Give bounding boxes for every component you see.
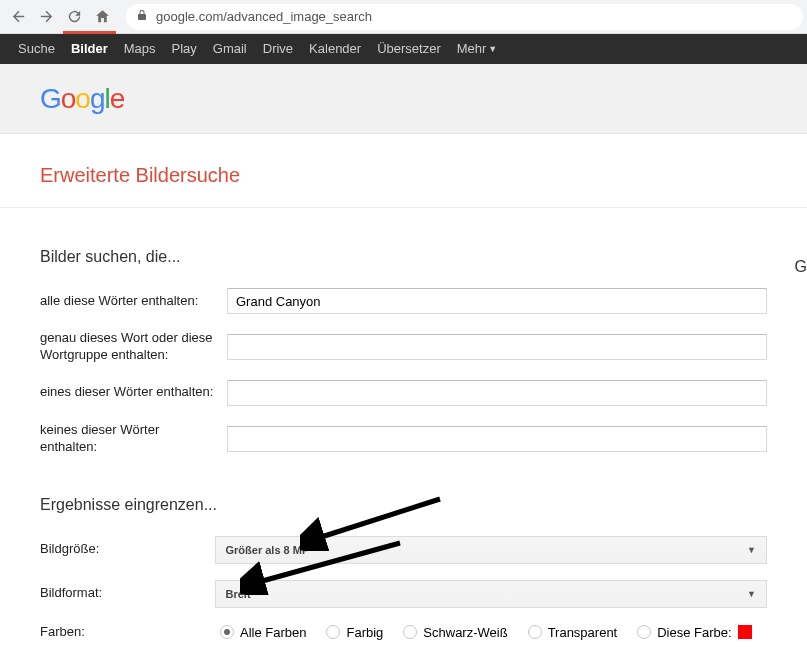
row-any: eines dieser Wörter enthalten: — [40, 380, 767, 406]
label-all-words: alle diese Wörter enthalten: — [40, 293, 227, 310]
logo-letter: o — [75, 83, 90, 114]
gbar-mehr[interactable]: Mehr▼ — [449, 34, 506, 64]
logo-letter: o — [61, 83, 76, 114]
url-bar[interactable]: google.com/advanced_image_search — [126, 4, 803, 30]
radio-transparent[interactable]: Transparent — [528, 625, 618, 640]
google-logo[interactable]: Google — [40, 83, 124, 115]
content: Bilder suchen, die... alle diese Wörter … — [0, 208, 807, 640]
label-aspect: Bildformat: — [40, 585, 215, 602]
gbar-play[interactable]: Play — [164, 34, 205, 64]
home-button[interactable] — [88, 3, 116, 31]
edge-cut-letter: G — [795, 258, 807, 276]
row-size: Bildgröße: Größer als 8 MP ▼ — [40, 536, 767, 564]
page-title-wrap: Erweiterte Bildersuche — [0, 134, 807, 208]
logo-letter: g — [90, 83, 105, 114]
chevron-down-icon: ▼ — [747, 545, 756, 555]
find-heading: Bilder suchen, die... — [40, 248, 767, 266]
logo-letter: G — [40, 83, 61, 114]
row-aspect: Bildformat: Breit ▼ — [40, 580, 767, 608]
radio-label: Diese Farbe: — [657, 625, 731, 640]
radio-full-color[interactable]: Farbig — [326, 625, 383, 640]
input-any[interactable] — [227, 380, 767, 406]
gbar-drive[interactable]: Drive — [255, 34, 301, 64]
dropdown-aspect-value: Breit — [226, 588, 251, 600]
reload-icon — [66, 8, 83, 25]
reload-button[interactable] — [60, 3, 88, 31]
gbar-gmail[interactable]: Gmail — [205, 34, 255, 64]
colors-radio-group: Alle Farben Farbig Schwarz-Weiß Transpar… — [220, 625, 752, 640]
label-size: Bildgröße: — [40, 541, 215, 558]
radio-label: Schwarz-Weiß — [423, 625, 507, 640]
label-colors: Farben: — [40, 624, 220, 641]
radio-bw[interactable]: Schwarz-Weiß — [403, 625, 507, 640]
gbar-maps[interactable]: Maps — [116, 34, 164, 64]
arrow-left-icon — [10, 8, 27, 25]
narrow-heading: Ergebnisse eingrenzen... — [40, 496, 767, 514]
row-all-words: alle diese Wörter enthalten: — [40, 288, 767, 314]
radio-all-colors[interactable]: Alle Farben — [220, 625, 306, 640]
narrow-section: Ergebnisse eingrenzen... Bildgröße: Größ… — [40, 496, 767, 641]
radio-specific-color[interactable]: Diese Farbe: — [637, 625, 751, 640]
google-bar: Suche Bilder Maps Play Gmail Drive Kalen… — [0, 34, 807, 64]
input-all-words[interactable] — [227, 288, 767, 314]
input-none[interactable] — [227, 426, 767, 452]
chevron-down-icon: ▼ — [747, 589, 756, 599]
gbar-mehr-label: Mehr — [457, 34, 487, 64]
logo-letter: e — [110, 83, 125, 114]
home-icon — [94, 8, 111, 25]
back-button[interactable] — [4, 3, 32, 31]
color-swatch[interactable] — [738, 625, 752, 639]
gbar-uebersetzer[interactable]: Übersetzer — [369, 34, 449, 64]
dropdown-size-value: Größer als 8 MP — [226, 544, 310, 556]
logo-strip: Google — [0, 64, 807, 134]
radio-icon — [220, 625, 234, 639]
label-any: eines dieser Wörter enthalten: — [40, 384, 227, 401]
radio-icon — [637, 625, 651, 639]
row-none: keines dieser Wörter enthalten: — [40, 422, 767, 456]
browser-chrome: google.com/advanced_image_search — [0, 0, 807, 34]
dropdown-size[interactable]: Größer als 8 MP ▼ — [215, 536, 768, 564]
radio-label: Farbig — [346, 625, 383, 640]
row-exact: genau dieses Wort oder diese Wortgruppe … — [40, 330, 767, 364]
page-title: Erweiterte Bildersuche — [40, 164, 767, 187]
radio-label: Alle Farben — [240, 625, 306, 640]
dropdown-aspect[interactable]: Breit ▼ — [215, 580, 768, 608]
forward-button[interactable] — [32, 3, 60, 31]
radio-icon — [326, 625, 340, 639]
radio-label: Transparent — [548, 625, 618, 640]
url-text: google.com/advanced_image_search — [156, 9, 372, 24]
arrow-right-icon — [38, 8, 55, 25]
chevron-down-icon: ▼ — [488, 34, 497, 64]
gbar-kalender[interactable]: Kalender — [301, 34, 369, 64]
label-none: keines dieser Wörter enthalten: — [40, 422, 227, 456]
input-exact[interactable] — [227, 334, 767, 360]
row-colors: Farben: Alle Farben Farbig Schwarz-Weiß … — [40, 624, 767, 641]
gbar-suche[interactable]: Suche — [10, 34, 63, 64]
gbar-bilder[interactable]: Bilder — [63, 31, 116, 64]
radio-icon — [528, 625, 542, 639]
lock-icon — [136, 9, 148, 24]
label-exact: genau dieses Wort oder diese Wortgruppe … — [40, 330, 227, 364]
radio-icon — [403, 625, 417, 639]
